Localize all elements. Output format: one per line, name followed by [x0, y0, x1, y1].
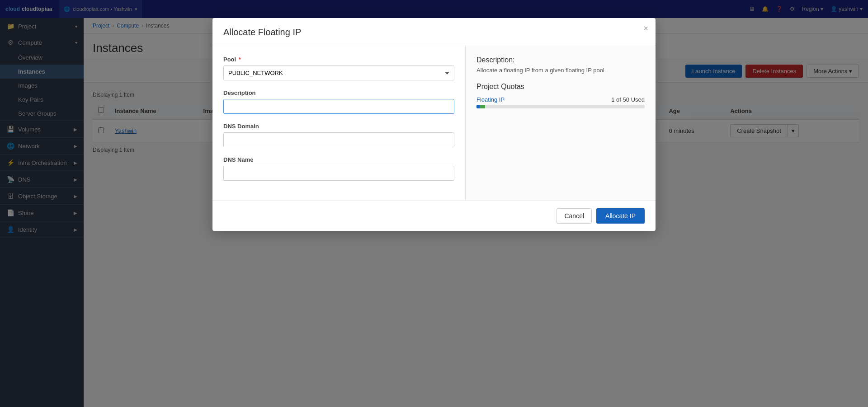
pool-form-group: Pool * PUBLIC_NETWORK	[223, 56, 454, 80]
modal-footer: Cancel Allocate IP	[212, 201, 656, 231]
floating-ip-quota: Floating IP 1 of 50 Used	[476, 96, 645, 108]
dns-domain-label: DNS Domain	[223, 123, 454, 130]
description-section-text: Allocate a floating IP from a given floa…	[476, 67, 645, 74]
description-input[interactable]	[223, 99, 454, 114]
modal-close-button[interactable]: ×	[643, 24, 648, 33]
quota-label: Floating IP	[476, 96, 505, 103]
description-form-group: Description	[223, 89, 454, 114]
modal-overlay: Allocate Floating IP × Pool * PUBLIC_NET…	[0, 0, 868, 407]
dns-name-label: DNS Name	[223, 156, 454, 163]
project-quotas-title: Project Quotas	[476, 83, 645, 91]
modal-title: Allocate Floating IP	[223, 27, 301, 37]
modal-header: Allocate Floating IP ×	[212, 18, 656, 45]
allocate-ip-button[interactable]: Allocate IP	[596, 208, 645, 224]
quota-bar-free	[480, 105, 485, 108]
description-section-title: Description:	[476, 56, 645, 64]
description-label: Description	[223, 89, 454, 96]
quota-bar	[476, 105, 645, 108]
cancel-button[interactable]: Cancel	[557, 208, 592, 224]
pool-select[interactable]: PUBLIC_NETWORK	[223, 65, 454, 80]
quota-header: Floating IP 1 of 50 Used	[476, 96, 645, 103]
modal-body: Pool * PUBLIC_NETWORK Description DNS Do…	[212, 45, 656, 201]
pool-required-indicator: *	[239, 56, 241, 63]
dns-domain-input[interactable]	[223, 132, 454, 147]
quota-bar-used	[476, 105, 480, 108]
dns-domain-form-group: DNS Domain	[223, 123, 454, 147]
allocate-floating-ip-modal: Allocate Floating IP × Pool * PUBLIC_NET…	[212, 18, 656, 231]
quota-bar-fill	[476, 105, 645, 108]
modal-left-panel: Pool * PUBLIC_NETWORK Description DNS Do…	[212, 45, 466, 201]
quota-value: 1 of 50 Used	[611, 96, 645, 103]
pool-label: Pool *	[223, 56, 454, 63]
modal-right-panel: Description: Allocate a floating IP from…	[466, 45, 656, 201]
dns-name-input[interactable]	[223, 166, 454, 181]
dns-name-form-group: DNS Name	[223, 156, 454, 181]
